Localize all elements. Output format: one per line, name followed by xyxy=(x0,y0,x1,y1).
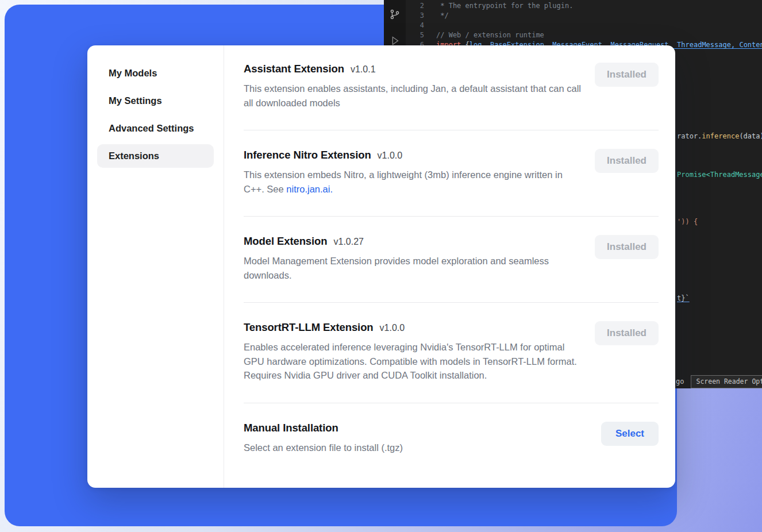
code-fragment: ')) { xyxy=(677,217,698,227)
extension-version: v1.0.0 xyxy=(378,151,403,161)
settings-sidebar: My Models My Settings Advanced Settings … xyxy=(87,45,224,488)
extension-heading: Model Extension v1.0.27 xyxy=(244,235,585,248)
code-line: 2 * The entrypoint for the plugin. xyxy=(406,1,762,11)
extension-info: Assistant Extension v1.0.1 This extensio… xyxy=(244,63,585,110)
installed-button[interactable]: Installed xyxy=(595,235,659,259)
settings-modal: My Models My Settings Advanced Settings … xyxy=(87,45,675,488)
manual-installation-description: Select an extension file to install (.tg… xyxy=(244,441,585,455)
extensions-panel: Assistant Extension v1.0.1 This extensio… xyxy=(224,45,675,488)
code-area[interactable]: 2 * The entrypoint for the plugin. 3 */ … xyxy=(406,1,762,50)
extension-description: This extension embeds Nitro, a lightweig… xyxy=(244,168,585,196)
source-control-icon[interactable] xyxy=(387,7,402,22)
extension-info: Manual Installation Select an extension … xyxy=(244,422,585,455)
extension-name: Assistant Extension xyxy=(244,63,344,75)
extension-version: v1.0.1 xyxy=(351,64,376,75)
extension-description: Enables accelerated inference leveraging… xyxy=(244,340,585,383)
nitro-jan-ai-link[interactable]: nitro.jan.ai. xyxy=(286,184,333,194)
extension-description: Model Management Extension provides mode… xyxy=(244,254,585,282)
sidebar-item-my-settings[interactable]: My Settings xyxy=(97,89,214,113)
extension-heading: TensortRT-LLM Extension v1.0.0 xyxy=(244,321,585,334)
extension-name: Inference Nitro Extension xyxy=(244,149,371,161)
code-text: rator. xyxy=(677,132,702,140)
desktop: 2 * The entrypoint for the plugin. 3 */ … xyxy=(0,0,762,532)
extension-row-tensorrt: TensortRT-LLM Extension v1.0.0 Enables a… xyxy=(244,303,659,403)
extension-name: Model Extension xyxy=(244,235,328,248)
screen-reader-status-badge[interactable]: Screen Reader Optimized xyxy=(691,375,762,388)
extension-row-model: Model Extension v1.0.27 Model Management… xyxy=(244,217,659,303)
code-fragment: t}` xyxy=(677,294,690,303)
installed-button[interactable]: Installed xyxy=(595,149,659,173)
code-text: // Web / extension runtime xyxy=(436,30,544,40)
sidebar-item-my-models[interactable]: My Models xyxy=(97,61,214,85)
sidebar-item-advanced-settings[interactable]: Advanced Settings xyxy=(97,117,214,140)
line-number: 4 xyxy=(406,21,424,30)
extension-info: TensortRT-LLM Extension v1.0.0 Enables a… xyxy=(244,321,585,383)
code-text: * The entrypoint for the plugin. xyxy=(436,1,573,11)
code-line: 3 */ xyxy=(406,11,762,21)
extension-heading: Manual Installation xyxy=(244,422,585,434)
code-line: 4 xyxy=(406,21,762,30)
code-fragment: rator.inference(data)); xyxy=(677,132,762,141)
extension-description: This extension enables assistants, inclu… xyxy=(244,82,585,110)
extension-heading: Inference Nitro Extension v1.0.0 xyxy=(244,149,585,161)
extension-version: v1.0.0 xyxy=(380,323,405,333)
code-fragment: Promise<ThreadMessage> xyxy=(677,170,762,180)
select-file-button[interactable]: Select xyxy=(601,422,659,446)
extension-name: TensortRT-LLM Extension xyxy=(244,321,374,334)
installed-button[interactable]: Installed xyxy=(595,63,659,87)
extension-heading: Assistant Extension v1.0.1 xyxy=(244,63,585,75)
extension-version: v1.0.27 xyxy=(334,237,364,247)
extension-info: Inference Nitro Extension v1.0.0 This ex… xyxy=(244,149,585,196)
installed-button[interactable]: Installed xyxy=(595,321,659,345)
sidebar-item-extensions[interactable]: Extensions xyxy=(97,144,214,168)
code-text: */ xyxy=(436,11,449,21)
code-line: 5 // Web / extension runtime xyxy=(406,30,762,40)
manual-installation-row: Manual Installation Select an extension … xyxy=(244,403,659,455)
manual-installation-title: Manual Installation xyxy=(244,422,338,434)
status-text: go xyxy=(676,377,684,387)
line-number: 5 xyxy=(406,30,424,40)
extension-info: Model Extension v1.0.27 Model Management… xyxy=(244,235,585,282)
extension-row-assistant: Assistant Extension v1.0.1 This extensio… xyxy=(244,45,659,130)
line-number: 3 xyxy=(406,11,424,21)
line-number: 2 xyxy=(406,1,424,11)
code-text: inference xyxy=(702,132,739,140)
extension-row-nitro: Inference Nitro Extension v1.0.0 This ex… xyxy=(244,130,659,217)
code-text: (data)); xyxy=(739,132,762,140)
